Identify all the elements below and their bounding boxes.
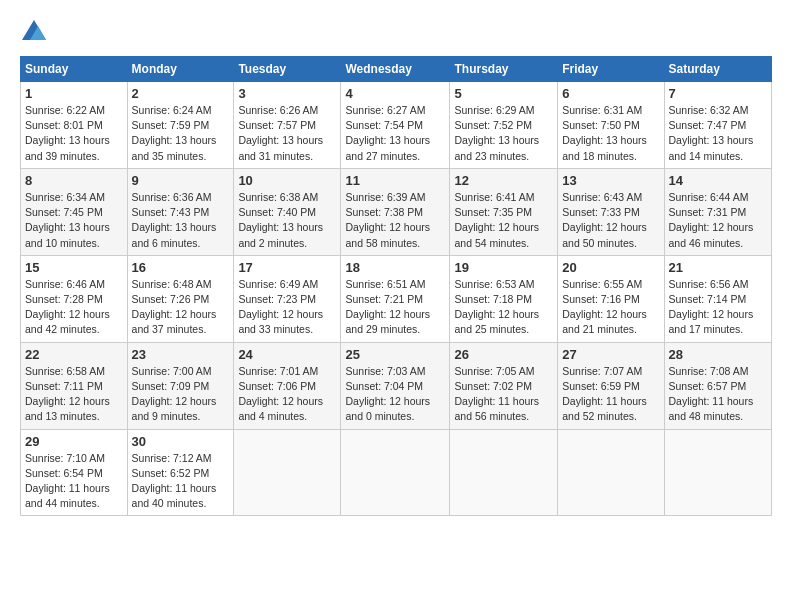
day-info: Sunrise: 6:41 AM Sunset: 7:35 PM Dayligh…	[454, 190, 553, 251]
day-number: 30	[132, 434, 230, 449]
day-info: Sunrise: 6:55 AM Sunset: 7:16 PM Dayligh…	[562, 277, 659, 338]
calendar-day-cell	[558, 429, 664, 516]
calendar-day-cell: 27 Sunrise: 7:07 AM Sunset: 6:59 PM Dayl…	[558, 342, 664, 429]
calendar-day-cell: 21 Sunrise: 6:56 AM Sunset: 7:14 PM Dayl…	[664, 255, 771, 342]
day-number: 17	[238, 260, 336, 275]
calendar-day-cell: 14 Sunrise: 6:44 AM Sunset: 7:31 PM Dayl…	[664, 168, 771, 255]
calendar-day-cell	[341, 429, 450, 516]
calendar-day-cell: 12 Sunrise: 6:41 AM Sunset: 7:35 PM Dayl…	[450, 168, 558, 255]
day-number: 22	[25, 347, 123, 362]
day-number: 28	[669, 347, 767, 362]
day-of-week-header: Saturday	[664, 57, 771, 82]
day-info: Sunrise: 6:48 AM Sunset: 7:26 PM Dayligh…	[132, 277, 230, 338]
calendar-day-cell: 16 Sunrise: 6:48 AM Sunset: 7:26 PM Dayl…	[127, 255, 234, 342]
day-number: 2	[132, 86, 230, 101]
day-info: Sunrise: 7:12 AM Sunset: 6:52 PM Dayligh…	[132, 451, 230, 512]
day-number: 1	[25, 86, 123, 101]
day-number: 18	[345, 260, 445, 275]
calendar-day-cell: 10 Sunrise: 6:38 AM Sunset: 7:40 PM Dayl…	[234, 168, 341, 255]
day-of-week-header: Friday	[558, 57, 664, 82]
calendar-day-cell: 4 Sunrise: 6:27 AM Sunset: 7:54 PM Dayli…	[341, 82, 450, 169]
day-info: Sunrise: 7:08 AM Sunset: 6:57 PM Dayligh…	[669, 364, 767, 425]
calendar-week-row: 22 Sunrise: 6:58 AM Sunset: 7:11 PM Dayl…	[21, 342, 772, 429]
calendar-day-cell: 1 Sunrise: 6:22 AM Sunset: 8:01 PM Dayli…	[21, 82, 128, 169]
day-info: Sunrise: 6:34 AM Sunset: 7:45 PM Dayligh…	[25, 190, 123, 251]
day-info: Sunrise: 6:31 AM Sunset: 7:50 PM Dayligh…	[562, 103, 659, 164]
calendar-day-cell	[234, 429, 341, 516]
day-number: 27	[562, 347, 659, 362]
day-info: Sunrise: 6:43 AM Sunset: 7:33 PM Dayligh…	[562, 190, 659, 251]
logo-icon	[20, 18, 48, 46]
day-number: 10	[238, 173, 336, 188]
day-info: Sunrise: 6:26 AM Sunset: 7:57 PM Dayligh…	[238, 103, 336, 164]
day-info: Sunrise: 7:10 AM Sunset: 6:54 PM Dayligh…	[25, 451, 123, 512]
day-info: Sunrise: 6:29 AM Sunset: 7:52 PM Dayligh…	[454, 103, 553, 164]
calendar-day-cell: 19 Sunrise: 6:53 AM Sunset: 7:18 PM Dayl…	[450, 255, 558, 342]
day-number: 3	[238, 86, 336, 101]
day-of-week-header: Sunday	[21, 57, 128, 82]
day-number: 20	[562, 260, 659, 275]
day-info: Sunrise: 6:44 AM Sunset: 7:31 PM Dayligh…	[669, 190, 767, 251]
day-info: Sunrise: 6:56 AM Sunset: 7:14 PM Dayligh…	[669, 277, 767, 338]
calendar-week-row: 8 Sunrise: 6:34 AM Sunset: 7:45 PM Dayli…	[21, 168, 772, 255]
day-number: 26	[454, 347, 553, 362]
calendar-day-cell: 7 Sunrise: 6:32 AM Sunset: 7:47 PM Dayli…	[664, 82, 771, 169]
calendar-week-row: 1 Sunrise: 6:22 AM Sunset: 8:01 PM Dayli…	[21, 82, 772, 169]
day-info: Sunrise: 7:07 AM Sunset: 6:59 PM Dayligh…	[562, 364, 659, 425]
day-number: 23	[132, 347, 230, 362]
calendar-day-cell: 29 Sunrise: 7:10 AM Sunset: 6:54 PM Dayl…	[21, 429, 128, 516]
day-number: 16	[132, 260, 230, 275]
day-info: Sunrise: 6:32 AM Sunset: 7:47 PM Dayligh…	[669, 103, 767, 164]
logo	[20, 18, 52, 46]
day-number: 15	[25, 260, 123, 275]
calendar-day-cell: 15 Sunrise: 6:46 AM Sunset: 7:28 PM Dayl…	[21, 255, 128, 342]
page: SundayMondayTuesdayWednesdayThursdayFrid…	[0, 0, 792, 612]
day-info: Sunrise: 6:46 AM Sunset: 7:28 PM Dayligh…	[25, 277, 123, 338]
day-info: Sunrise: 6:53 AM Sunset: 7:18 PM Dayligh…	[454, 277, 553, 338]
day-number: 13	[562, 173, 659, 188]
day-number: 9	[132, 173, 230, 188]
calendar-week-row: 29 Sunrise: 7:10 AM Sunset: 6:54 PM Dayl…	[21, 429, 772, 516]
calendar-day-cell: 20 Sunrise: 6:55 AM Sunset: 7:16 PM Dayl…	[558, 255, 664, 342]
day-number: 11	[345, 173, 445, 188]
day-info: Sunrise: 6:22 AM Sunset: 8:01 PM Dayligh…	[25, 103, 123, 164]
calendar-day-cell: 13 Sunrise: 6:43 AM Sunset: 7:33 PM Dayl…	[558, 168, 664, 255]
day-number: 4	[345, 86, 445, 101]
calendar-day-cell: 28 Sunrise: 7:08 AM Sunset: 6:57 PM Dayl…	[664, 342, 771, 429]
day-number: 24	[238, 347, 336, 362]
day-info: Sunrise: 6:49 AM Sunset: 7:23 PM Dayligh…	[238, 277, 336, 338]
day-number: 19	[454, 260, 553, 275]
header	[20, 18, 772, 46]
calendar-day-cell: 18 Sunrise: 6:51 AM Sunset: 7:21 PM Dayl…	[341, 255, 450, 342]
day-info: Sunrise: 7:05 AM Sunset: 7:02 PM Dayligh…	[454, 364, 553, 425]
day-of-week-header: Monday	[127, 57, 234, 82]
day-number: 8	[25, 173, 123, 188]
day-info: Sunrise: 6:38 AM Sunset: 7:40 PM Dayligh…	[238, 190, 336, 251]
day-of-week-header: Tuesday	[234, 57, 341, 82]
day-info: Sunrise: 6:58 AM Sunset: 7:11 PM Dayligh…	[25, 364, 123, 425]
day-info: Sunrise: 6:51 AM Sunset: 7:21 PM Dayligh…	[345, 277, 445, 338]
calendar-day-cell: 11 Sunrise: 6:39 AM Sunset: 7:38 PM Dayl…	[341, 168, 450, 255]
calendar-day-cell: 9 Sunrise: 6:36 AM Sunset: 7:43 PM Dayli…	[127, 168, 234, 255]
day-info: Sunrise: 6:36 AM Sunset: 7:43 PM Dayligh…	[132, 190, 230, 251]
day-info: Sunrise: 6:39 AM Sunset: 7:38 PM Dayligh…	[345, 190, 445, 251]
day-info: Sunrise: 7:01 AM Sunset: 7:06 PM Dayligh…	[238, 364, 336, 425]
day-info: Sunrise: 6:27 AM Sunset: 7:54 PM Dayligh…	[345, 103, 445, 164]
calendar-day-cell: 22 Sunrise: 6:58 AM Sunset: 7:11 PM Dayl…	[21, 342, 128, 429]
calendar-day-cell: 6 Sunrise: 6:31 AM Sunset: 7:50 PM Dayli…	[558, 82, 664, 169]
calendar-day-cell: 24 Sunrise: 7:01 AM Sunset: 7:06 PM Dayl…	[234, 342, 341, 429]
calendar-week-row: 15 Sunrise: 6:46 AM Sunset: 7:28 PM Dayl…	[21, 255, 772, 342]
day-number: 25	[345, 347, 445, 362]
day-info: Sunrise: 6:24 AM Sunset: 7:59 PM Dayligh…	[132, 103, 230, 164]
calendar-table: SundayMondayTuesdayWednesdayThursdayFrid…	[20, 56, 772, 516]
calendar-day-cell: 2 Sunrise: 6:24 AM Sunset: 7:59 PM Dayli…	[127, 82, 234, 169]
calendar-day-cell: 8 Sunrise: 6:34 AM Sunset: 7:45 PM Dayli…	[21, 168, 128, 255]
calendar-day-cell	[450, 429, 558, 516]
day-of-week-header: Wednesday	[341, 57, 450, 82]
day-info: Sunrise: 7:03 AM Sunset: 7:04 PM Dayligh…	[345, 364, 445, 425]
calendar-day-cell: 26 Sunrise: 7:05 AM Sunset: 7:02 PM Dayl…	[450, 342, 558, 429]
calendar-day-cell: 3 Sunrise: 6:26 AM Sunset: 7:57 PM Dayli…	[234, 82, 341, 169]
day-info: Sunrise: 7:00 AM Sunset: 7:09 PM Dayligh…	[132, 364, 230, 425]
calendar-day-cell	[664, 429, 771, 516]
calendar-day-cell: 25 Sunrise: 7:03 AM Sunset: 7:04 PM Dayl…	[341, 342, 450, 429]
